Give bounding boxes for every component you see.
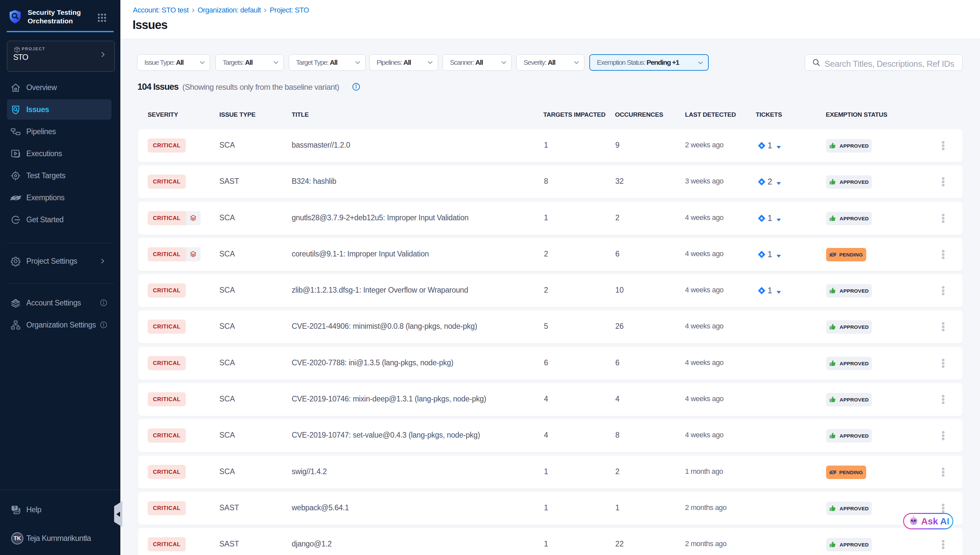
svg-text:?: ? bbox=[13, 505, 16, 510]
